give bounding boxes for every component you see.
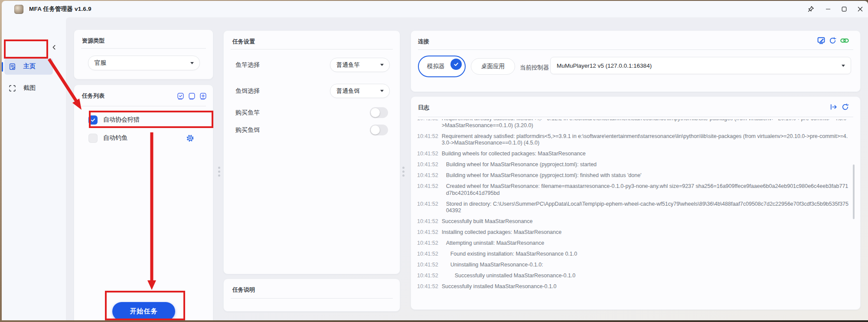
log-timestamp: 10:41:52 (417, 262, 438, 269)
log-timestamp: 10:41:52 (417, 251, 438, 258)
task-row[interactable]: 自动钓鱼 (81, 130, 207, 146)
app-window: MFA 任务管理器 v1.6.9 (2, 1, 868, 320)
log-scrollbar-thumb[interactable] (853, 164, 855, 219)
log-entry: 10:41:52Created wheel for MaaStarResonan… (417, 183, 850, 197)
panel-splitter-handle[interactable] (218, 167, 220, 178)
connection-panel: 连接 (411, 30, 861, 92)
bait-select[interactable]: 普通鱼饵 (330, 84, 390, 98)
log-timestamp: 10:41:52 (417, 172, 438, 179)
log-panel: 日志 10:41:52Requirement already satisfied… (411, 96, 861, 310)
log-entry: 10:41:52Building wheels for collected pa… (417, 151, 850, 158)
log-entry: 10:41:52Attempting uninstall: MaaStarRes… (417, 240, 850, 247)
log-text: Successfully built MaaStarResonance (442, 218, 533, 225)
divider (418, 49, 853, 50)
sidebar-item-home[interactable]: 主页 (4, 58, 53, 75)
log-entry: 10:41:52Installing collected packages: M… (417, 229, 850, 236)
checkbox-unchecked-icon[interactable] (88, 134, 98, 143)
add-task-icon[interactable] (199, 92, 207, 100)
main-content: 资源类型 官服 任务列表 (66, 17, 868, 320)
log-text: Building wheels for collected packages: … (442, 151, 586, 158)
log-text: Building wheel for MaaStarResonance (pyp… (442, 161, 597, 168)
chevron-down-icon (380, 64, 384, 66)
log-text: Created wheel for MaaStarResonance: file… (442, 183, 850, 197)
field-label: 鱼竿选择 (235, 61, 260, 69)
resource-type-panel: 资源类型 官服 (74, 30, 213, 79)
panel-title: 任务说明 (232, 286, 255, 294)
edit-connection-icon[interactable] (817, 36, 825, 44)
deselect-all-icon[interactable] (188, 92, 196, 100)
toggle-knob (371, 108, 380, 117)
mode-desktop-pill[interactable]: 桌面应用 (471, 58, 515, 75)
controller-select-value: MuMuPlayer12 v5 (127.0.0.1:16384) (557, 62, 652, 69)
log-entry: 10:41:52Building wheel for MaaStarResona… (417, 172, 850, 179)
log-timestamp: 10:41:52 (417, 283, 438, 290)
log-timestamp: 10:41:52 (417, 151, 438, 158)
annotation-box-task (89, 111, 213, 128)
log-timestamp: 10:41:52 (417, 183, 438, 197)
chevron-down-icon (842, 65, 845, 67)
divider (418, 117, 853, 117)
resource-select-value: 官服 (95, 59, 106, 67)
resource-select[interactable]: 官服 (88, 56, 200, 70)
sidebar: 主页 截图 设置 (2, 17, 66, 320)
log-timestamp: 10:41:52 (417, 133, 438, 147)
active-page-indicator (2, 62, 3, 72)
log-text: Uninstalling MaaStarResonance-0.1.0: (442, 262, 543, 269)
controller-select[interactable]: MuMuPlayer12 v5 (127.0.0.1:16384) (550, 57, 851, 74)
sidebar-item-screenshot[interactable]: 截图 (4, 80, 53, 96)
log-timestamp: 10:41:52 (417, 273, 438, 279)
maximize-icon[interactable] (836, 1, 852, 17)
rod-select-value: 普通鱼竿 (336, 61, 360, 69)
link-status-icon[interactable] (840, 38, 849, 43)
field-label: 购买鱼竿 (235, 109, 260, 117)
pin-icon[interactable] (803, 1, 819, 17)
log-text: Stored in directory: C:\Users\SummerPC\A… (442, 201, 850, 214)
panel-title: 任务列表 (82, 92, 104, 100)
task-settings-panel: 任务设置 鱼竿选择 普通鱼竿 鱼饵选择 普通鱼饵 购买鱼竿 购买鱼饵 (223, 30, 400, 274)
task-description-panel: 任务说明 (223, 279, 400, 312)
collapse-sidebar-icon[interactable] (49, 43, 59, 52)
panel-title: 连接 (418, 38, 429, 46)
mode-emulator-pill[interactable]: 模拟器 (418, 56, 466, 77)
log-timestamp: 10:41:52 (417, 201, 438, 214)
log-scroll-area[interactable]: 10:41:52Requirement already satisfied: f… (417, 119, 850, 305)
log-entry: 10:41:52Found existing installation: Maa… (417, 251, 850, 258)
divider (231, 298, 393, 299)
buy-rod-toggle[interactable] (370, 107, 388, 118)
log-text: Successfully uninstalled MaaStarResonanc… (442, 273, 576, 279)
buy-bait-toggle[interactable] (370, 125, 388, 135)
controller-label: 当前控制器 (520, 64, 549, 72)
select-all-icon[interactable] (177, 92, 184, 100)
app-logo (14, 5, 23, 14)
rod-select[interactable]: 普通鱼竿 (330, 58, 390, 72)
chevron-down-icon (380, 90, 384, 92)
divider (81, 106, 206, 106)
log-entry: 10:41:52Requirement already satisfied: p… (417, 133, 850, 147)
refresh-log-icon[interactable] (842, 103, 849, 111)
panel-title: 任务设置 (232, 38, 255, 46)
annotation-box-home (4, 39, 48, 59)
panel-title: 日志 (418, 104, 429, 112)
refresh-connection-icon[interactable] (829, 37, 836, 44)
log-timestamp: 10:41:52 (417, 240, 438, 247)
sidebar-item-label: 截图 (23, 84, 36, 92)
log-entry: 10:41:52Building wheel for MaaStarResona… (417, 161, 850, 168)
export-log-icon[interactable] (830, 103, 837, 111)
close-icon[interactable] (852, 1, 868, 17)
log-text: Successfully installed MaaStarResonance-… (442, 283, 557, 290)
log-text: Installing collected packages: MaaStarRe… (442, 229, 562, 236)
log-timestamp: 10:41:52 (417, 119, 438, 129)
task-settings-gear-icon[interactable] (186, 135, 194, 142)
selected-check-icon (450, 59, 462, 70)
bait-select-value: 普通鱼饵 (336, 87, 360, 95)
log-timestamp: 10:41:52 (417, 218, 438, 225)
log-timestamp: 10:41:52 (417, 229, 438, 236)
log-entry: 10:41:52Successfully installed MaaStarRe… (417, 283, 850, 290)
panel-splitter-handle[interactable] (402, 167, 405, 178)
minimize-icon[interactable] (820, 1, 836, 17)
log-text: Building wheel for MaaStarResonance (pyp… (442, 172, 642, 179)
task-list-icon (9, 63, 16, 70)
sidebar-item-label: 主页 (23, 62, 36, 70)
log-entry: 10:41:52Requirement already satisfied: f… (417, 119, 850, 129)
log-entry: 10:41:52Successfully uninstalled MaaStar… (417, 273, 850, 279)
